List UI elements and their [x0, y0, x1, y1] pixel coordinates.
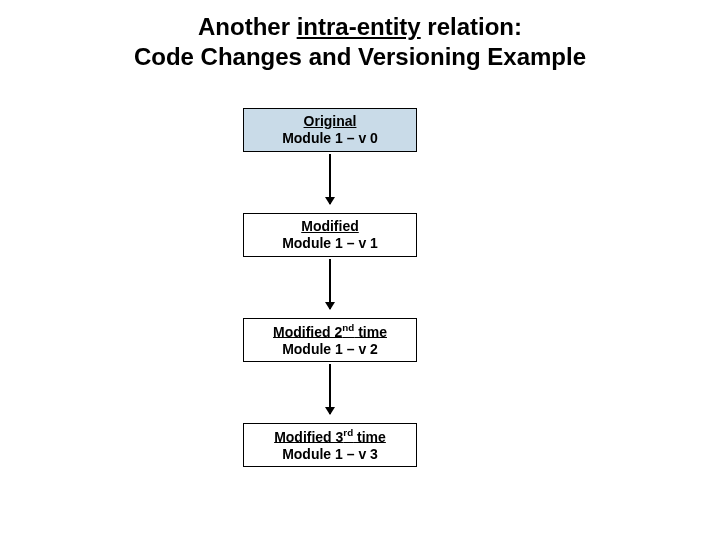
box-label-line2: Module 1 – v 3 — [282, 446, 378, 464]
box-label-line2: Module 1 – v 2 — [282, 341, 378, 359]
box-label-line2: Module 1 – v 1 — [282, 235, 378, 253]
arrow-icon — [329, 259, 331, 309]
box-label-line2: Module 1 – v 0 — [282, 130, 378, 148]
box-modified-v3: Modified 3rd time Module 1 – v 3 — [243, 423, 417, 467]
arrow-icon — [329, 154, 331, 204]
box-label-line1: Modified — [301, 218, 359, 236]
arrow-icon — [329, 364, 331, 414]
box-modified-v1: Modified Module 1 – v 1 — [243, 213, 417, 257]
box-modified-v2: Modified 2nd time Module 1 – v 2 — [243, 318, 417, 362]
title-line2: Code Changes and Versioning Example — [134, 43, 586, 70]
box-original: Original Module 1 – v 0 — [243, 108, 417, 152]
box-label-line1: Original — [304, 113, 357, 131]
box-label-line1: Modified 3rd time — [274, 427, 386, 446]
diagram-title: Another intra-entity relation: Code Chan… — [0, 12, 720, 72]
box-label-line1: Modified 2nd time — [273, 322, 387, 341]
title-line1: Another intra-entity relation: — [198, 13, 522, 40]
